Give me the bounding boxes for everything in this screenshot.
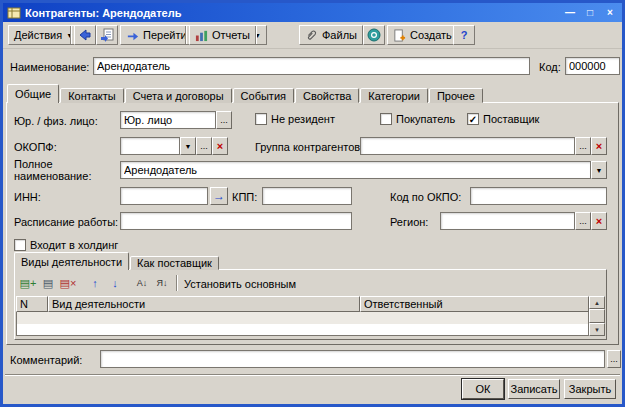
new-document-icon bbox=[393, 29, 406, 42]
tab-label: Свойства bbox=[303, 90, 351, 102]
subtab-as-supplier[interactable]: Как поставщик bbox=[130, 256, 219, 270]
tab-other[interactable]: Прочее bbox=[429, 88, 483, 103]
ellipsis-icon: ... bbox=[610, 355, 618, 364]
subtab-label: Виды деятельности bbox=[21, 256, 122, 268]
group-select-button[interactable]: ... bbox=[575, 137, 591, 155]
column-header-responsible[interactable]: Ответственный bbox=[360, 296, 589, 312]
inn-label: ИНН: bbox=[14, 191, 41, 203]
okopf-input[interactable] bbox=[120, 137, 180, 155]
chevron-down-icon: ▼ bbox=[185, 143, 192, 150]
holding-checkbox[interactable]: Входит в холдинг bbox=[14, 239, 118, 251]
nonresident-checkbox[interactable]: Не резидент bbox=[255, 113, 335, 125]
region-clear-button[interactable]: × bbox=[591, 212, 607, 230]
inn-go-button[interactable]: → bbox=[210, 187, 228, 205]
comment-expand-button[interactable]: ... bbox=[607, 350, 621, 368]
delete-row-button[interactable]: ▤× bbox=[58, 274, 78, 292]
column-header-n[interactable]: N bbox=[16, 296, 48, 312]
fullname-input[interactable] bbox=[120, 161, 591, 179]
tab-label: Контакты bbox=[68, 90, 116, 102]
schedule-input[interactable] bbox=[120, 212, 352, 230]
report-chart-icon bbox=[195, 29, 208, 42]
add-row-button[interactable]: ▤+ bbox=[18, 274, 38, 292]
clear-icon: × bbox=[596, 141, 602, 152]
set-primary-button[interactable]: Установить основным bbox=[184, 278, 296, 290]
toolbar-separator bbox=[255, 26, 257, 44]
mail-icon bbox=[367, 28, 381, 42]
group-clear-button[interactable]: × bbox=[591, 137, 607, 155]
column-header-activity[interactable]: Вид деятельности bbox=[48, 296, 360, 312]
inn-input[interactable] bbox=[120, 187, 208, 205]
column-label: Ответственный bbox=[364, 298, 443, 310]
minimize-button[interactable]: — bbox=[562, 6, 578, 20]
tab-categories[interactable]: Категории bbox=[360, 88, 428, 103]
open-list-button[interactable] bbox=[96, 25, 118, 45]
subtab-activities[interactable]: Виды деятельности bbox=[14, 252, 129, 270]
name-input[interactable] bbox=[93, 57, 530, 75]
tab-accounts-contracts[interactable]: Счета и договоры bbox=[125, 88, 232, 103]
files-label: Файлы bbox=[322, 29, 357, 41]
okopf-select-button[interactable]: ... bbox=[196, 137, 212, 155]
tab-general[interactable]: Общие bbox=[7, 84, 59, 103]
subtab-label: Как поставщик bbox=[137, 257, 212, 269]
region-label: Регион: bbox=[390, 216, 428, 228]
close-form-button[interactable]: Закрыть bbox=[564, 379, 616, 399]
tab-contacts[interactable]: Контакты bbox=[60, 88, 124, 103]
ellipsis-icon: ... bbox=[220, 116, 228, 125]
arrow-right-icon: → bbox=[213, 190, 225, 202]
sort-desc-button[interactable]: Я↓ bbox=[152, 274, 172, 292]
ellipsis-icon: ... bbox=[200, 142, 208, 151]
ok-button[interactable]: ОК bbox=[462, 379, 504, 399]
move-up-button[interactable]: ↑ bbox=[85, 274, 105, 292]
code-input[interactable] bbox=[565, 57, 620, 75]
scroll-up-button[interactable]: ▲ bbox=[589, 296, 605, 309]
okopf-dropdown-button[interactable]: ▼ bbox=[180, 137, 196, 155]
tab-events[interactable]: События bbox=[233, 88, 294, 103]
region-select-button[interactable]: ... bbox=[575, 212, 591, 230]
window-title: Контрагенты: Арендодатель bbox=[25, 7, 558, 19]
clear-icon: × bbox=[217, 141, 223, 152]
checkbox-check-icon: ✓ bbox=[467, 113, 479, 125]
okpo-input[interactable] bbox=[470, 187, 607, 205]
actions-button[interactable]: Действия ▼ bbox=[8, 25, 79, 45]
checkbox-box bbox=[380, 113, 392, 125]
scrollbar-thumb[interactable] bbox=[589, 309, 605, 323]
edit-row-button[interactable]: ▤ bbox=[38, 274, 58, 292]
create-label: Создать bbox=[410, 29, 452, 41]
buyer-checkbox[interactable]: Покупатель bbox=[380, 113, 455, 125]
ellipsis-icon: ... bbox=[579, 142, 587, 151]
table-scrollbar[interactable]: ▲ ▼ bbox=[589, 296, 605, 336]
help-button[interactable]: ? bbox=[453, 25, 475, 45]
fullname-dropdown-button[interactable]: ▼ bbox=[591, 161, 607, 179]
sort-asc-button[interactable]: А↓ bbox=[132, 274, 152, 292]
okopf-clear-button[interactable]: × bbox=[212, 137, 228, 155]
files-button[interactable]: Файлы bbox=[299, 25, 363, 45]
supplier-checkbox[interactable]: ✓ Поставщик bbox=[467, 113, 539, 125]
activities-table-body[interactable] bbox=[16, 312, 589, 336]
kpp-input[interactable] bbox=[262, 187, 352, 205]
tab-properties[interactable]: Свойства bbox=[295, 88, 359, 103]
toolbar-separator bbox=[185, 26, 187, 44]
entity-type-select-button[interactable]: ... bbox=[216, 111, 232, 129]
region-input[interactable] bbox=[440, 212, 575, 230]
comment-input[interactable] bbox=[100, 350, 605, 368]
comment-label: Комментарий: bbox=[10, 354, 82, 366]
scroll-down-button[interactable]: ▼ bbox=[589, 323, 605, 336]
save-button[interactable]: Записать bbox=[508, 379, 560, 399]
fullname-label: Полное наименование: bbox=[14, 158, 114, 182]
maximize-button[interactable]: □ bbox=[582, 6, 598, 20]
kpp-label: КПП: bbox=[232, 191, 257, 203]
toolbar-separator bbox=[70, 26, 72, 44]
group-input[interactable] bbox=[360, 137, 575, 155]
close-button[interactable]: × bbox=[602, 6, 618, 20]
goto-icon bbox=[126, 29, 139, 42]
tab-label: Прочее bbox=[437, 90, 475, 102]
goto-label: Перейти bbox=[143, 29, 187, 41]
mail-button[interactable] bbox=[363, 25, 385, 45]
back-button[interactable] bbox=[74, 25, 96, 45]
checkbox-box bbox=[14, 239, 26, 251]
checkbox-label: Покупатель bbox=[396, 113, 455, 125]
entity-type-input[interactable] bbox=[120, 111, 216, 129]
clear-icon: × bbox=[596, 216, 602, 227]
move-down-button[interactable]: ↓ bbox=[105, 274, 125, 292]
tab-strip: Общие Контакты Счета и договоры События … bbox=[7, 84, 484, 103]
